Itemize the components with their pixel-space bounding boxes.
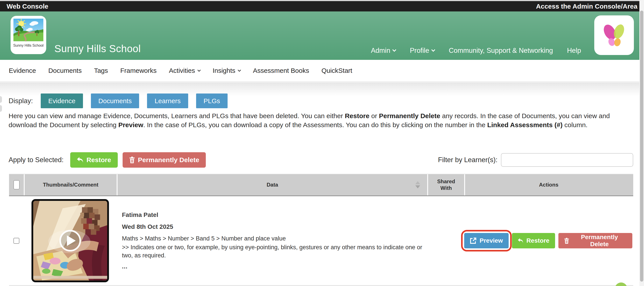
school-header: Sunny Hills School Sunny Hills School Ad…: [0, 12, 644, 60]
nav-community-support[interactable]: Community, Support & Networking: [449, 47, 553, 54]
external-link-icon: [470, 238, 476, 244]
display-learners-button[interactable]: Learners: [147, 94, 188, 108]
header-nav: Admin Profile Community, Support & Netwo…: [371, 47, 581, 54]
intro-paragraph: Here you can view and manage Evidence, D…: [8, 111, 625, 129]
topbar: Web Console Access the Admin Console/Are…: [0, 1, 644, 12]
tab-assessment-books[interactable]: Assessment Books: [253, 67, 309, 74]
row-actions-cell: Preview Restore: [464, 196, 632, 285]
table-header-row: Thumbnails/Comment Data Shared With Acti…: [9, 174, 633, 196]
display-toggle-group: Display: Evidence Documents Learners PLG…: [8, 94, 228, 108]
row-thumbnail-cell: [24, 196, 117, 285]
bulk-permanently-delete-button[interactable]: Permanently Delete: [122, 152, 206, 168]
topbar-title: Web Console: [6, 3, 48, 10]
bulk-actions: Apply to Selected: Restore Permanently D…: [8, 152, 206, 168]
row-shared-with-cell: [427, 196, 464, 285]
scrollbar-thumb[interactable]: [640, 10, 643, 282]
evidence-description: >> Indicates one or two, for example, by…: [122, 243, 428, 260]
filter-learner-input[interactable]: [501, 153, 633, 167]
vertical-scrollbar[interactable]: [640, 0, 644, 286]
table-row: Fatima Patel Wed 8th Oct 2025 Maths > Ma…: [9, 196, 633, 286]
tab-quickstart[interactable]: QuickStart: [321, 67, 352, 74]
preview-button[interactable]: Preview: [464, 233, 509, 248]
evidence-date: Wed 8th Oct 2025: [122, 223, 173, 230]
chevron-down-icon: [238, 68, 241, 72]
framework-breadcrumb: Maths > Maths > Number > Band 5 > Number…: [122, 235, 286, 242]
trash-icon: [129, 157, 135, 163]
tab-evidence[interactable]: Evidence: [9, 67, 36, 74]
apply-to-selected-label: Apply to Selected:: [8, 156, 64, 164]
column-thumbnails-comment[interactable]: Thumbnails/Comment: [24, 174, 117, 195]
school-logo[interactable]: Sunny Hills School: [10, 16, 46, 54]
edge-widget-tab[interactable]: [0, 96, 2, 103]
page-title: Sunny Hills School: [54, 43, 141, 54]
column-shared-with[interactable]: Shared With: [427, 174, 464, 195]
display-documents-button[interactable]: Documents: [91, 94, 139, 108]
tab-activities[interactable]: Activities: [169, 67, 200, 74]
edge-widget-tab[interactable]: [0, 105, 2, 112]
display-plgs-button[interactable]: PLGs: [196, 94, 228, 108]
school-logo-image: [14, 18, 43, 42]
reply-icon: [518, 238, 524, 243]
web-console-screen: Web Console Access the Admin Console/Are…: [0, 0, 644, 286]
tab-tags[interactable]: Tags: [94, 67, 108, 74]
row-restore-button[interactable]: Restore: [512, 233, 555, 248]
column-data[interactable]: Data: [117, 174, 427, 195]
reply-icon: [77, 157, 84, 163]
video-thumbnail[interactable]: [32, 199, 109, 282]
tab-frameworks[interactable]: Frameworks: [120, 67, 157, 74]
trash-icon: [564, 238, 569, 244]
butterfly-logo-icon: [599, 20, 630, 50]
play-icon[interactable]: [60, 230, 81, 252]
chevron-down-icon: [392, 48, 396, 52]
main-nav: Evidence Documents Tags Frameworks Activ…: [0, 60, 644, 82]
ellipsis-more: ...: [122, 263, 128, 270]
deleted-items-table: Thumbnails/Comment Data Shared With Acti…: [9, 174, 633, 286]
row-checkbox[interactable]: [14, 238, 19, 244]
row-permanently-delete-button[interactable]: Permanently Delete: [558, 233, 632, 248]
nav-admin[interactable]: Admin: [371, 47, 396, 54]
app-logo-card[interactable]: [594, 16, 634, 55]
sort-icon[interactable]: [415, 181, 420, 188]
chevron-down-icon: [198, 68, 201, 72]
select-all-checkbox[interactable]: [14, 180, 20, 190]
nav-profile[interactable]: Profile: [410, 47, 435, 54]
select-all-cell: [9, 174, 24, 195]
row-data-cell: Fatima Patel Wed 8th Oct 2025 Maths > Ma…: [117, 196, 427, 285]
filter-by-learner-label: Filter by Learner(s):: [438, 152, 498, 168]
display-evidence-button[interactable]: Evidence: [41, 94, 83, 108]
learner-name: Fatima Patel: [122, 212, 158, 218]
tab-insights[interactable]: Insights: [212, 67, 240, 74]
nav-help[interactable]: Help: [567, 47, 581, 54]
display-label: Display:: [8, 97, 33, 105]
school-logo-caption: Sunny Hills School: [13, 43, 44, 48]
column-actions[interactable]: Actions: [464, 174, 632, 195]
admin-console-link[interactable]: Access the Admin Console/Area: [536, 3, 638, 10]
bulk-restore-button[interactable]: Restore: [70, 152, 118, 168]
chevron-down-icon: [431, 48, 435, 52]
row-select-cell: [9, 196, 24, 285]
tab-documents[interactable]: Documents: [48, 67, 82, 74]
